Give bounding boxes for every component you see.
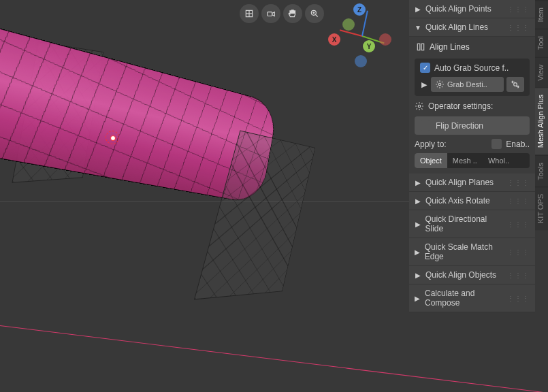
svg-rect-9: [421, 44, 424, 50]
chevron-right-icon: ▶: [415, 179, 421, 186]
auto-grab-checkbox[interactable]: [420, 63, 430, 73]
panel-label: Quick Align Points: [425, 4, 491, 14]
flip-direction-row[interactable]: Flip Direction: [415, 116, 530, 135]
panel-body-quick-align-lines: Align Lines Auto Grab Source f.. ▶ Grab …: [409, 37, 535, 174]
panel-label: Quick Align Objects: [425, 270, 496, 280]
panel-label: Quick Scale Match Edge: [425, 242, 503, 261]
drag-handle-icon[interactable]: ⋮⋮⋮: [507, 24, 530, 31]
seg-object[interactable]: Object: [415, 153, 447, 168]
panel-label: Quick Axis Rotate: [425, 196, 490, 206]
overlays-button[interactable]: [240, 4, 259, 23]
chevron-down-icon: ▼: [415, 24, 421, 31]
drag-handle-icon[interactable]: ⋮⋮⋮: [507, 248, 530, 256]
swap-icon: [511, 80, 520, 89]
gizmo-x-axis[interactable]: X: [328, 33, 340, 46]
panel-quick-align-planes[interactable]: ▶ Quick Align Planes ⋮⋮⋮: [409, 174, 535, 192]
svg-point-19: [514, 83, 517, 86]
flip-direction-checkbox[interactable]: [420, 120, 430, 131]
source-box: Auto Grab Source f.. ▶ Grab Desti..: [415, 59, 530, 96]
drag-handle-icon[interactable]: ⋮⋮⋮: [507, 197, 530, 205]
apply-to-segmented: Object Mesh .. Whol..: [415, 153, 530, 168]
panel-label: Quick Directional Slide: [425, 214, 503, 233]
panel-label: Quick Align Planes: [425, 178, 494, 187]
svg-line-16: [442, 86, 442, 87]
apply-to-row: Apply to: Enab..: [415, 139, 530, 149]
panel-quick-align-lines[interactable]: ▼ Quick Align Lines ⋮⋮⋮: [409, 18, 535, 37]
enable-label: Enab..: [506, 140, 530, 149]
svg-point-20: [418, 105, 421, 108]
enable-checkbox[interactable]: [491, 139, 502, 149]
chevron-right-icon[interactable]: ▶: [420, 80, 428, 89]
vtab-kit-ops[interactable]: KIT OPS: [535, 186, 548, 230]
auto-grab-row[interactable]: Auto Grab Source f..: [420, 63, 524, 73]
operator-settings-title: Operator settings:: [415, 100, 530, 112]
chevron-right-icon: ▶: [415, 5, 421, 13]
gizmo-z-label: Z: [357, 6, 361, 14]
gizmo-neg-x-axis[interactable]: [379, 33, 391, 46]
seg-mesh[interactable]: Mesh ..: [447, 153, 483, 168]
chevron-right-icon: ▶: [415, 295, 421, 302]
vtab-tools[interactable]: Tools: [535, 155, 548, 187]
svg-line-15: [437, 82, 438, 82]
zoom-view-button[interactable]: [305, 4, 324, 23]
panel-quick-align-objects[interactable]: ▶ Quick Align Objects ⋮⋮⋮: [409, 266, 535, 284]
panel-label: Quick Align Lines: [425, 22, 488, 32]
align-lines-subtitle: Align Lines: [415, 39, 530, 54]
panel-calculate-and-compose[interactable]: ▶ Calculate and Compose ⋮⋮⋮: [409, 284, 535, 312]
svg-point-10: [438, 83, 441, 86]
gizmo-z-axis[interactable]: Z: [353, 3, 366, 16]
gizmo-neg-z-axis[interactable]: [355, 55, 367, 67]
operator-settings-label: Operator settings:: [428, 101, 493, 111]
gizmo-neg-y-axis[interactable]: [342, 18, 355, 31]
gizmo-x-label: X: [332, 36, 337, 44]
gear-icon: [415, 101, 424, 111]
grab-destination-button[interactable]: Grab Desti..: [431, 77, 504, 92]
n-panel: ▶ Quick Align Points ⋮⋮⋮ ▼ Quick Align L…: [409, 0, 535, 312]
camera-view-button[interactable]: [261, 4, 280, 23]
pan-view-button[interactable]: [283, 4, 302, 23]
apply-to-label: Apply to:: [415, 140, 447, 149]
drag-handle-icon[interactable]: ⋮⋮⋮: [507, 220, 530, 228]
flip-direction-label: Flip Direction: [436, 121, 483, 131]
n-panel-tabs: Item Tool View Mesh Align Plus Tools KIT…: [535, 0, 548, 230]
gizmo-y-label: Y: [367, 43, 372, 50]
swap-button[interactable]: [506, 77, 524, 92]
drag-handle-icon[interactable]: ⋮⋮⋮: [507, 295, 530, 302]
panel-quick-axis-rotate[interactable]: ▶ Quick Axis Rotate ⋮⋮⋮: [409, 192, 535, 210]
grab-dest-label: Grab Desti..: [447, 80, 487, 88]
panel-label: Calculate and Compose: [425, 289, 503, 308]
sun-icon: [435, 80, 445, 89]
subtitle-text: Align Lines: [430, 42, 470, 52]
chevron-right-icon: ▶: [415, 248, 421, 256]
align-lines-icon: [416, 42, 425, 52]
gizmo-y-axis[interactable]: Y: [363, 40, 375, 52]
svg-line-5: [316, 15, 318, 17]
svg-line-17: [437, 86, 438, 87]
vtab-item[interactable]: Item: [535, 0, 548, 29]
panel-quick-directional-slide[interactable]: ▶ Quick Directional Slide ⋮⋮⋮: [409, 210, 535, 238]
vtab-view[interactable]: View: [535, 57, 548, 88]
chevron-right-icon: ▶: [415, 220, 421, 228]
vtab-mesh-align-plus[interactable]: Mesh Align Plus: [535, 87, 548, 154]
drag-handle-icon[interactable]: ⋮⋮⋮: [507, 272, 530, 279]
chevron-right-icon: ▶: [415, 272, 421, 279]
svg-rect-3: [268, 12, 272, 16]
panel-quick-align-points[interactable]: ▶ Quick Align Points ⋮⋮⋮: [409, 0, 535, 18]
chevron-right-icon: ▶: [415, 197, 421, 205]
panel-quick-scale-match-edge[interactable]: ▶ Quick Scale Match Edge ⋮⋮⋮: [409, 238, 535, 266]
svg-line-18: [442, 82, 442, 82]
auto-grab-label: Auto Grab Source f..: [434, 63, 509, 73]
seg-whole[interactable]: Whol..: [483, 153, 515, 168]
viewport-header-icons: [240, 4, 324, 23]
drag-handle-icon[interactable]: ⋮⋮⋮: [507, 179, 530, 186]
svg-rect-8: [417, 44, 420, 50]
navigation-gizmo[interactable]: X Y Z: [330, 3, 395, 68]
drag-handle-icon[interactable]: ⋮⋮⋮: [507, 5, 530, 13]
vtab-tool[interactable]: Tool: [535, 29, 548, 56]
3d-cursor: [106, 131, 119, 144]
